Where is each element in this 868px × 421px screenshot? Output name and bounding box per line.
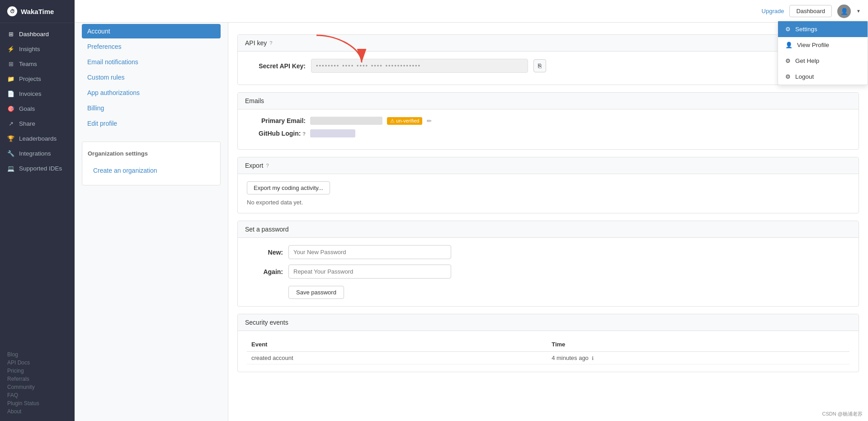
no-export-data: No exported data yet.	[247, 199, 849, 206]
emails-body: Primary Email: ⚠ un-verified ✏ GitHub Lo…	[238, 109, 859, 149]
watermark: CSDN @杨浦老苏	[822, 411, 863, 417]
sidebar-item-invoices[interactable]: 📄 Invoices	[0, 86, 75, 101]
sidebar-item-share[interactable]: ↗ Share	[0, 116, 75, 131]
upgrade-link[interactable]: Upgrade	[762, 8, 784, 14]
logout-icon: ⚙	[785, 73, 791, 80]
footer-link-faq[interactable]: FAQ	[7, 391, 67, 399]
sidebar: ⏱ WakaTime ⊞ Dashboard ⚡ Insights ⊞ Team…	[0, 0, 75, 421]
event-name: created account	[247, 352, 547, 364]
projects-icon: 📁	[7, 76, 14, 82]
sidebar-item-supported-ides[interactable]: 💻 Supported IDEs	[0, 161, 75, 176]
edit-email-icon[interactable]: ✏	[427, 118, 432, 124]
event-help-icon[interactable]: ℹ	[592, 355, 594, 361]
app-name: WakaTime	[21, 8, 54, 15]
dashboard-button[interactable]: Dashboard	[789, 5, 832, 17]
integrations-icon: 🔧	[7, 150, 14, 157]
content-area: Upgrade Dashboard 👤 ▼ ⚙ Settings 👤 View …	[228, 0, 868, 421]
repeat-password-row: Again:	[247, 265, 849, 279]
new-password-input[interactable]	[288, 245, 451, 259]
profile-icon: 👤	[785, 42, 793, 48]
app-logo: ⏱ WakaTime	[0, 0, 75, 23]
sidebar-item-leaderboards[interactable]: 🏆 Leaderboards	[0, 131, 75, 146]
dropdown-logout[interactable]: ⚙ Logout	[778, 69, 868, 85]
dashboard-icon: ⊞	[7, 31, 14, 38]
nav-app-authorizations[interactable]: App authorizations	[82, 85, 221, 100]
export-button[interactable]: Export my coding activity...	[247, 181, 330, 194]
invoices-icon: 📄	[7, 90, 14, 97]
main-area: Personal settings Account Preferences Em…	[75, 0, 868, 421]
footer-link-blog[interactable]: Blog	[7, 350, 67, 359]
save-password-button[interactable]: Save password	[288, 286, 344, 299]
sidebar-nav: ⊞ Dashboard ⚡ Insights ⊞ Teams 📁 Project…	[0, 23, 75, 345]
github-help-icon[interactable]: ?	[302, 131, 306, 137]
table-row: created account 4 minutes ago ℹ	[247, 352, 849, 364]
content-scroll: API key ? Secret API Key: •••••••• •••• …	[228, 0, 868, 372]
export-section: Export ? Export my coding activity... No…	[237, 157, 859, 213]
insights-icon: ⚡	[7, 46, 14, 52]
footer-link-referrals[interactable]: Referrals	[7, 375, 67, 383]
nav-email-notifications[interactable]: Email notifications	[82, 55, 221, 69]
sidebar-footer: Blog API Docs Pricing Referrals Communit…	[0, 345, 75, 421]
nav-preferences[interactable]: Preferences	[82, 39, 221, 54]
help-icon: ⚙	[785, 57, 791, 64]
nav-edit-profile[interactable]: Edit profile	[82, 116, 221, 131]
nav-account[interactable]: Account	[82, 24, 221, 38]
repeat-password-input[interactable]	[288, 265, 451, 279]
user-avatar[interactable]: 👤	[837, 5, 851, 18]
sidebar-item-insights[interactable]: ⚡ Insights	[0, 42, 75, 57]
security-events-body: Event Time created account 4 minutes ago…	[238, 331, 859, 372]
logo-icon: ⏱	[7, 6, 17, 16]
user-dropdown-menu: ⚙ Settings 👤 View Profile ⚙ Get Help ⚙ L…	[778, 21, 868, 85]
export-help-icon[interactable]: ?	[266, 163, 269, 168]
left-panel: Personal settings Account Preferences Em…	[75, 0, 228, 421]
secret-api-label: Secret API Key:	[247, 62, 306, 70]
primary-email-row: Primary Email: ⚠ un-verified ✏	[247, 117, 849, 125]
dropdown-get-help[interactable]: ⚙ Get Help	[778, 53, 868, 69]
security-events-section: Security events Event Time created acco	[237, 314, 859, 372]
sidebar-item-goals[interactable]: 🎯 Goals	[0, 101, 75, 116]
export-body: Export my coding activity... No exported…	[238, 174, 859, 213]
org-settings-title: Organization settings	[88, 148, 215, 159]
new-password-label: New:	[247, 249, 283, 256]
footer-link-about[interactable]: About	[7, 407, 67, 416]
footer-link-pricing[interactable]: Pricing	[7, 367, 67, 375]
sidebar-item-dashboard[interactable]: ⊞ Dashboard	[0, 27, 75, 42]
password-section: Set a password New: Again: Save password	[237, 221, 859, 307]
api-key-row: Secret API Key: •••••••• •••• •••• •••• …	[247, 59, 849, 73]
sidebar-item-projects[interactable]: 📁 Projects	[0, 71, 75, 86]
security-events-header: Security events	[238, 314, 859, 331]
github-login-row: GitHub Login: ?	[247, 129, 849, 137]
api-key-section: API key ? Secret API Key: •••••••• •••• …	[237, 34, 859, 85]
new-password-row: New:	[247, 245, 849, 259]
footer-link-community[interactable]: Community	[7, 383, 67, 391]
github-login-value	[310, 129, 355, 137]
topbar: Upgrade Dashboard 👤 ▼	[228, 0, 868, 23]
nav-billing[interactable]: Billing	[82, 101, 221, 115]
primary-email-value	[310, 117, 382, 125]
dropdown-settings[interactable]: ⚙ Settings	[778, 21, 868, 37]
api-key-header: API key ?	[238, 35, 859, 52]
api-key-body: Secret API Key: •••••••• •••• •••• •••• …	[238, 52, 859, 85]
nav-custom-rules[interactable]: Custom rules	[82, 70, 221, 85]
password-body: New: Again: Save password	[238, 238, 859, 306]
goals-icon: 🎯	[7, 105, 14, 112]
unverified-badge: ⚠ un-verified	[387, 117, 422, 125]
user-menu-chevron[interactable]: ▼	[856, 9, 861, 14]
emails-header: Emails	[238, 93, 859, 109]
api-key-value: •••••••• •••• •••• •••• ••••••••••••	[311, 59, 528, 73]
sidebar-item-integrations[interactable]: 🔧 Integrations	[0, 146, 75, 161]
footer-link-api-docs[interactable]: API Docs	[7, 359, 67, 367]
share-icon: ↗	[7, 120, 14, 127]
copy-api-key-button[interactable]: ⎘	[533, 59, 546, 72]
org-settings-box: Organization settings Create an organiza…	[82, 142, 221, 185]
teams-icon: ⊞	[7, 61, 14, 67]
nav-create-org[interactable]: Create an organization	[88, 163, 215, 178]
api-key-help-icon[interactable]: ?	[269, 40, 272, 46]
footer-link-plugin-status[interactable]: Plugin Status	[7, 399, 67, 407]
col-event: Event	[247, 338, 547, 352]
primary-email-label: Primary Email:	[247, 117, 306, 124]
sidebar-item-teams[interactable]: ⊞ Teams	[0, 57, 75, 71]
settings-icon: ⚙	[785, 26, 791, 33]
dropdown-view-profile[interactable]: 👤 View Profile	[778, 37, 868, 53]
emails-section: Emails Primary Email: ⚠ un-verified ✏ Gi…	[237, 92, 859, 150]
